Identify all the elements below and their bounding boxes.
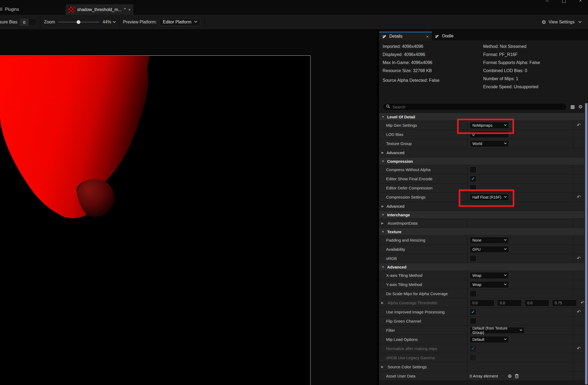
close-button[interactable]: × — [578, 0, 583, 3]
tab-details[interactable]: Details × — [379, 32, 432, 40]
property-reset-cell — [573, 326, 584, 335]
preview-platform-label: Preview Platform: — [123, 20, 157, 24]
expanded-arrow-icon[interactable]: ▼ — [382, 230, 384, 233]
property-label: AssetImportData — [387, 221, 418, 225]
details-scrollbar[interactable] — [585, 103, 587, 384]
texture-viewport[interactable] — [0, 30, 377, 385]
property-reset-cell — [573, 335, 584, 344]
panel-splitter[interactable] — [377, 30, 379, 385]
property-row-compress-without-alpha: Compress Without Alpha✓ — [379, 165, 584, 174]
value-dropdown[interactable]: Default — [470, 336, 509, 343]
value-checkbox[interactable]: ✓ — [470, 354, 476, 361]
add-element-icon[interactable]: ⊕ — [508, 373, 512, 379]
property-row-mip-load-options: Mip Load OptionsDefault — [379, 335, 584, 344]
search-box[interactable] — [383, 103, 567, 111]
threshold-input[interactable]: 0.0 — [525, 299, 549, 306]
property-row-lod-bias: LOD Bias0 — [379, 130, 584, 139]
property-label: Y-axis Tiling Method — [386, 282, 422, 287]
texture-info-right-column: Method: Not StreamedFormat: PF_R16FForma… — [483, 44, 540, 89]
value-checkbox[interactable]: ✓ — [470, 166, 476, 173]
close-icon[interactable]: × — [128, 7, 131, 12]
tab-plugins[interactable]: Plugins — [0, 4, 24, 15]
dropdown-value: GPU — [472, 247, 480, 252]
category-header-compression[interactable]: ▼Compression — [379, 157, 584, 165]
value-dropdown[interactable]: NoMipmaps — [470, 122, 509, 129]
property-label-cell: Flip Green Channel — [379, 317, 467, 326]
property-label-cell: Compression Settings — [379, 193, 467, 202]
zoom-slider[interactable] — [58, 20, 99, 24]
tab-oodle[interactable]: Oodle — [432, 32, 457, 40]
property-value-cell: World — [467, 139, 573, 148]
value-checkbox[interactable]: ✓ — [470, 255, 476, 262]
zoom-percent[interactable]: 44% — [103, 20, 111, 24]
value-dropdown[interactable]: GPU — [470, 246, 509, 253]
texture-info-block: Imported: 4096x4096Displayed: 4096x4096M… — [379, 40, 588, 101]
value-dropdown[interactable]: None — [470, 237, 509, 244]
preview-platform-dropdown[interactable]: Editor Platform — [159, 18, 200, 26]
collapsed-arrow-icon[interactable]: ▶ — [381, 301, 383, 305]
collapsed-arrow-icon[interactable]: ▶ — [381, 221, 383, 225]
view-settings-button[interactable]: ⚙ View Settings — [541, 19, 588, 25]
category-header-level-of-detail[interactable]: ▼Level Of Detail — [379, 113, 584, 121]
property-label-cell: ▶Source Color Settings — [379, 362, 467, 371]
zoom-chevron-down-icon[interactable] — [113, 20, 116, 23]
value-dropdown[interactable]: Half Float (R16F) — [470, 194, 509, 201]
search-input[interactable] — [393, 105, 563, 109]
category-header-texture[interactable]: ▼Texture — [379, 228, 584, 236]
property-reset-cell — [573, 372, 584, 380]
minimize-button[interactable]: – — [544, 0, 550, 3]
threshold-input[interactable]: 0.0 — [470, 299, 494, 306]
value-checkbox[interactable]: ✓ — [470, 345, 476, 352]
exposure-bias-spinner[interactable] — [29, 19, 36, 26]
category-header-advanced[interactable]: ▼Advanced — [379, 263, 584, 271]
property-reset-cell — [573, 317, 584, 326]
expanded-arrow-icon[interactable]: ▼ — [382, 115, 384, 118]
value-dropdown[interactable]: Default (from Texture Group) — [470, 327, 525, 334]
threshold-input[interactable]: 0.75 — [552, 299, 577, 306]
document-tab-title: shadow_threshold_m... — [77, 7, 122, 12]
collapsed-arrow-icon[interactable]: ▶ — [382, 151, 384, 154]
value-input[interactable]: 0 — [470, 131, 509, 138]
tab-document[interactable]: shadow_threshold_m... * × — [66, 4, 133, 15]
display-filter-grid-icon[interactable]: ▦ — [570, 104, 575, 109]
value-dropdown[interactable]: World — [470, 140, 509, 147]
reset-to-default-icon[interactable]: ↶ — [580, 300, 584, 306]
trash-icon[interactable] — [515, 374, 519, 379]
exposure-bias-stepper[interactable]: 0 — [20, 19, 36, 26]
value-checkbox[interactable]: ✓ — [470, 318, 476, 324]
close-icon[interactable]: × — [426, 34, 429, 39]
maximize-button[interactable] — [561, 0, 566, 3]
reset-to-default-icon[interactable]: ↶ — [577, 194, 580, 200]
property-label: X-axis Tiling Method — [386, 273, 422, 278]
reset-to-default-icon[interactable]: ↶ — [577, 122, 580, 128]
expanded-arrow-icon[interactable]: ▼ — [382, 213, 384, 216]
property-label: sRGB Use Legacy Gamma — [386, 355, 435, 360]
chevron-down-icon — [504, 123, 507, 126]
zoom-slider-handle[interactable] — [77, 20, 80, 24]
reset-to-default-icon[interactable]: ↶ — [577, 346, 580, 351]
toolbar-separator — [204, 17, 204, 27]
category-header-interchange[interactable]: ▼Interchange — [379, 211, 584, 219]
settings-gear-icon[interactable]: ⚙ — [578, 104, 583, 109]
expanded-arrow-icon[interactable]: ▼ — [382, 265, 384, 269]
property-value-cell: ✓ — [467, 289, 573, 298]
value-dropdown[interactable]: Wrap — [470, 272, 509, 279]
reset-to-default-icon[interactable]: ↶ — [577, 309, 580, 315]
property-value-cell: 0.00.00.00.75 — [467, 298, 577, 307]
collapsed-arrow-icon[interactable]: ▶ — [382, 204, 384, 208]
value-checkbox[interactable]: ✓ — [470, 175, 476, 182]
collapsed-section-advanced[interactable]: ▶Advanced — [379, 202, 584, 211]
expanded-arrow-icon[interactable]: ▼ — [382, 160, 384, 163]
property-reset-cell: ↶ — [573, 308, 584, 316]
value-checkbox[interactable]: ✓ — [470, 290, 476, 297]
collapsed-arrow-icon[interactable]: ▶ — [381, 365, 383, 369]
threshold-input[interactable]: 0.0 — [497, 299, 522, 306]
value-checkbox[interactable]: ✓ — [470, 185, 476, 191]
collapsed-section-advanced[interactable]: ▶Advanced — [379, 148, 584, 157]
texture-info-line: Imported: 4096x4096 — [383, 44, 440, 49]
value-checkbox[interactable]: ✓ — [470, 309, 476, 315]
property-reset-cell: ↶ — [573, 254, 584, 263]
reset-to-default-icon[interactable]: ↶ — [577, 256, 580, 261]
property-value-cell: GPU — [467, 245, 573, 254]
value-dropdown[interactable]: Wrap — [470, 281, 509, 288]
